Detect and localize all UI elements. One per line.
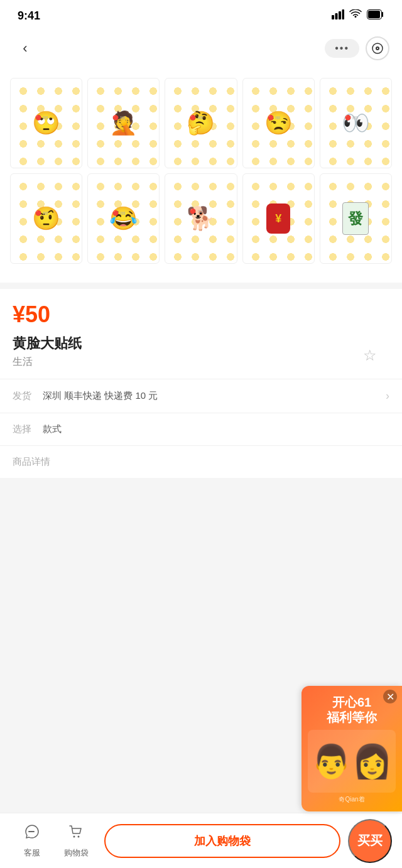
- gallery-item-7[interactable]: 🔴 Itll 😂: [87, 173, 160, 264]
- popup-ad: ✕ 开心61福利等你 👨‍👩 奇Qian着: [302, 686, 402, 811]
- popup-ad-people: 👨‍👩: [308, 730, 396, 793]
- select-value: 款式: [43, 423, 62, 435]
- select-row[interactable]: 选择 款式: [0, 413, 402, 445]
- product-price: ¥50: [13, 301, 389, 328]
- gallery-item-10[interactable]: 發: [320, 173, 392, 264]
- svg-point-9: [73, 835, 75, 837]
- detail-label: 商品详情: [13, 456, 50, 467]
- bottom-bar: 客服 购物袋 加入购物袋 买 买 ↗: [0, 813, 402, 868]
- status-time: 9:41: [18, 9, 40, 23]
- wifi-icon: [349, 9, 362, 22]
- bottom-actions: 加入购物袋 买 买 ↗: [104, 819, 392, 863]
- status-bar: 9:41: [0, 0, 402, 31]
- cart-label: 购物袋: [64, 847, 89, 859]
- svg-point-8: [377, 48, 378, 49]
- gallery-item-8[interactable]: 🔴 Itll 🐕: [165, 173, 237, 264]
- gallery-item-3[interactable]: 🔴 Itll 🤔: [165, 78, 237, 168]
- svg-rect-3: [342, 9, 345, 19]
- customer-service-label: 客服: [24, 847, 40, 859]
- popup-ad-close-button[interactable]: ✕: [383, 690, 397, 703]
- svg-point-10: [78, 835, 80, 837]
- back-button[interactable]: ‹: [13, 36, 38, 61]
- shipping-value: 深圳 顺丰快递 快递费 10 元: [43, 390, 158, 402]
- cart-tab[interactable]: 购物袋: [54, 823, 98, 859]
- svg-rect-0: [332, 15, 334, 19]
- svg-rect-5: [368, 11, 380, 18]
- product-subtitle: 生活: [13, 355, 82, 369]
- svg-rect-2: [339, 11, 341, 19]
- product-title: 黄脸大贴纸: [13, 334, 82, 353]
- gallery-item-6[interactable]: 🔴 Itll 🤨: [10, 173, 82, 264]
- popup-ad-content: 开心61福利等你 👨‍👩 奇Qian着: [302, 686, 402, 811]
- more-dots: •••: [335, 43, 349, 54]
- shipping-row[interactable]: 发货 深圳 顺丰快递 快递费 10 元 ›: [0, 379, 402, 413]
- nav-actions: •••: [325, 36, 389, 60]
- svg-rect-1: [335, 13, 338, 19]
- add-to-cart-button[interactable]: 加入购物袋: [104, 824, 340, 858]
- shipping-arrow-icon: ›: [386, 389, 389, 403]
- buy-now-button[interactable]: 买 买 ↗: [348, 819, 392, 863]
- cart-icon: [67, 823, 85, 845]
- status-icons: [332, 9, 384, 22]
- popup-ad-brand: 奇Qian着: [339, 795, 364, 804]
- gallery-item-1[interactable]: 🔴 Itll 🙄: [10, 78, 82, 168]
- gallery-item-2[interactable]: 🔴 Itll 🤦: [87, 78, 160, 168]
- product-info: ¥50 黄脸大贴纸 生活 ☆: [0, 289, 402, 379]
- shipping-row-left: 发货 深圳 顺丰快递 快递费 10 元: [13, 390, 158, 402]
- bottom-spacer: [0, 478, 402, 541]
- buy-arrow: ↗: [388, 821, 396, 831]
- signal-icon: [332, 9, 344, 22]
- buy-label: 买: [370, 832, 383, 849]
- customer-service-icon: [23, 823, 41, 845]
- more-button[interactable]: •••: [325, 39, 359, 58]
- detail-row: 商品详情: [0, 445, 402, 478]
- gallery-item-5[interactable]: 🔴 Itll 👀: [320, 78, 392, 168]
- section-divider-1: [0, 283, 402, 289]
- select-label: 选择: [13, 423, 35, 435]
- gallery-section: 🔴 Itll 🙄 🔴 Itll 🤦 🔴 Itll 🤔 🔴 Itll 😒: [0, 65, 402, 283]
- product-title-row: 黄脸大贴纸 生活 ☆: [13, 334, 389, 369]
- scan-button[interactable]: [366, 36, 389, 60]
- nav-bar: ‹ •••: [0, 31, 402, 65]
- popup-ad-title: 开心61福利等你: [327, 695, 377, 725]
- gallery-item-9[interactable]: ¥: [242, 173, 315, 264]
- favorite-button[interactable]: ☆: [363, 347, 377, 364]
- customer-service-tab[interactable]: 客服: [10, 823, 54, 859]
- gallery-grid: 🔴 Itll 🙄 🔴 Itll 🤦 🔴 Itll 🤔 🔴 Itll 😒: [10, 78, 392, 264]
- battery-icon: [367, 9, 384, 22]
- gallery-item-4[interactable]: 🔴 Itll 😒: [242, 78, 315, 168]
- shipping-label: 发货: [13, 390, 35, 402]
